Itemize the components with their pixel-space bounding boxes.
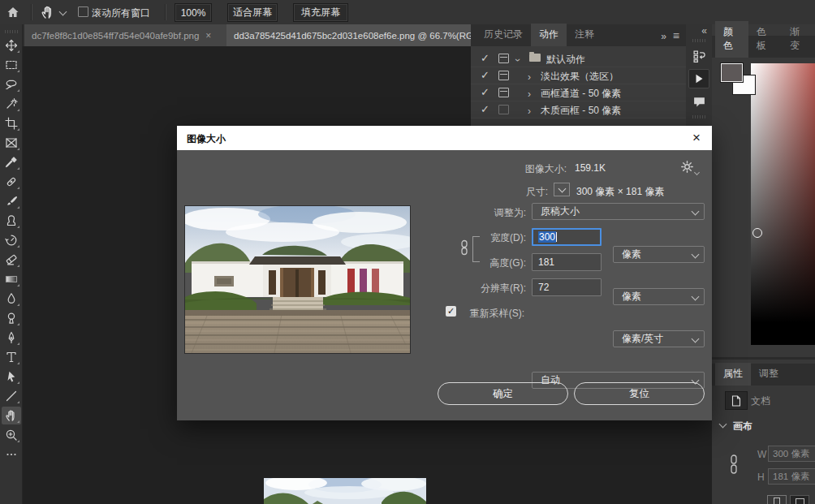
orientation-portrait-icon[interactable] xyxy=(767,495,787,504)
gear-icon[interactable] xyxy=(680,160,694,176)
tab-properties[interactable]: 属性 xyxy=(715,363,751,386)
dialog-title-bar[interactable]: 图像大小 × xyxy=(177,126,712,150)
action-name[interactable]: 淡出效果（选区） xyxy=(541,70,619,84)
height-input[interactable]: 181 xyxy=(532,253,602,271)
pen-tool[interactable] xyxy=(2,329,21,347)
image-preview-thumbnail[interactable] xyxy=(184,205,411,354)
canvas-width-field[interactable]: 300 像素 xyxy=(768,446,815,462)
resolution-unit-value: 像素/英寸 xyxy=(622,332,663,346)
color-picker-ring[interactable] xyxy=(752,228,762,238)
link-dimensions-icon[interactable] xyxy=(459,239,469,258)
line-tool[interactable] xyxy=(2,387,21,405)
color-gradient-field[interactable] xyxy=(751,63,815,345)
expand-right-icon[interactable]: › xyxy=(528,88,531,100)
blur-tool[interactable] xyxy=(2,290,21,308)
action-check-icon[interactable]: ✓ xyxy=(481,52,489,64)
actions-panel-icon[interactable] xyxy=(688,69,709,88)
fit-to-select[interactable]: 原稿大小 xyxy=(532,203,705,220)
tab-color[interactable]: 颜色 xyxy=(715,21,748,58)
canvas-section-collapse-icon[interactable] xyxy=(719,420,727,429)
height-label: 高度(G): xyxy=(445,256,526,270)
tab-notes[interactable]: 注释 xyxy=(567,24,602,46)
document-tab-label: dd3a785425d41d675bc2d031e608ef6e.png @ 6… xyxy=(234,31,473,41)
tab-history[interactable]: 历史记录 xyxy=(476,24,531,46)
canvas-height-field[interactable]: 181 像素 xyxy=(768,468,815,485)
action-name[interactable]: 画框通道 - 50 像素 xyxy=(541,87,621,101)
panel-more-icon[interactable]: » xyxy=(658,27,670,46)
crop-tool[interactable] xyxy=(2,114,21,132)
clone-stamp-tool[interactable] xyxy=(2,212,21,230)
action-check-icon[interactable]: ✓ xyxy=(481,86,489,98)
resolution-input[interactable]: 72 xyxy=(532,278,602,296)
dock-grip[interactable] xyxy=(692,115,705,118)
action-name[interactable]: 木质画框 - 50 像素 xyxy=(541,104,621,118)
fit-screen-button[interactable]: 适合屏幕 xyxy=(227,3,278,22)
action-check-icon[interactable]: ✓ xyxy=(481,103,489,115)
frame-tool[interactable] xyxy=(2,134,21,152)
action-modal-icon[interactable] xyxy=(498,54,509,63)
action-row-default-actions[interactable]: ✓ › 默认动作 xyxy=(471,50,686,67)
panel-divider[interactable] xyxy=(712,357,815,360)
zoom-tool[interactable] xyxy=(2,426,21,444)
tab-swatches[interactable]: 色板 xyxy=(748,21,782,58)
foreground-color-swatch[interactable] xyxy=(721,63,743,82)
notes-panel-icon[interactable] xyxy=(688,92,709,111)
canvas-link-dimensions-icon[interactable] xyxy=(729,454,739,477)
quick-selection-tool[interactable] xyxy=(2,95,21,113)
expand-right-icon[interactable]: › xyxy=(528,106,531,117)
tab-gradients[interactable]: 渐变 xyxy=(782,21,815,58)
panel-menu-icon[interactable]: ≡ xyxy=(670,25,686,46)
action-modal-icon[interactable] xyxy=(498,105,509,114)
document-tab-inactive[interactable]: dc7fe8f8c1d0e854ff7d54e040afe9bf.png × xyxy=(24,24,239,46)
zoom-100-button[interactable]: 100% xyxy=(175,3,212,22)
toolbar-grip[interactable] xyxy=(5,30,18,33)
tab-adjustments[interactable]: 调整 xyxy=(751,363,787,386)
history-brush-tool[interactable] xyxy=(2,231,21,249)
ok-button[interactable]: 确定 xyxy=(438,382,568,405)
home-icon[interactable] xyxy=(6,6,19,21)
hand-tool-option-icon[interactable] xyxy=(41,5,55,22)
brush-tool[interactable] xyxy=(2,192,21,210)
action-row-wood-frame[interactable]: ✓ › 木质画框 - 50 像素 xyxy=(471,101,686,118)
scroll-all-windows-label: 滚动所有窗口 xyxy=(92,6,150,20)
resample-label: 重新采样(S): xyxy=(451,307,524,321)
document-properties-icon[interactable] xyxy=(725,391,748,410)
action-modal-icon[interactable] xyxy=(498,88,509,97)
orientation-landscape-icon[interactable] xyxy=(790,495,809,504)
marquee-tool[interactable] xyxy=(2,56,21,74)
eyedropper-tool[interactable] xyxy=(2,153,21,171)
type-tool[interactable] xyxy=(2,348,21,366)
hand-tool[interactable] xyxy=(2,407,21,424)
move-tool[interactable] xyxy=(2,37,21,54)
dimensions-dropdown-icon[interactable] xyxy=(554,183,570,196)
healing-brush-tool[interactable] xyxy=(2,173,21,191)
height-unit-select[interactable]: 像素 xyxy=(613,288,705,305)
scroll-all-windows-checkbox[interactable] xyxy=(78,6,88,17)
lasso-tool[interactable] xyxy=(2,75,21,93)
width-input[interactable]: 300 xyxy=(532,228,602,246)
action-check-icon[interactable]: ✓ xyxy=(481,69,489,81)
eraser-tool[interactable] xyxy=(2,251,21,269)
dock-grip[interactable] xyxy=(692,39,705,42)
gradient-tool[interactable] xyxy=(2,270,21,288)
dodge-tool[interactable] xyxy=(2,309,21,327)
tab-actions[interactable]: 动作 xyxy=(531,24,567,46)
edit-toolbar-ellipsis-icon[interactable] xyxy=(2,446,21,463)
expand-right-icon[interactable]: › xyxy=(528,71,531,83)
fill-screen-button[interactable]: 填充屏幕 xyxy=(293,3,348,22)
expand-down-icon[interactable]: › xyxy=(512,58,524,62)
resolution-unit-select[interactable]: 像素/英寸 xyxy=(613,330,705,347)
width-unit-select[interactable]: 像素 xyxy=(613,246,705,263)
reset-button[interactable]: 复位 xyxy=(574,382,705,405)
path-selection-tool[interactable] xyxy=(2,368,21,386)
history-panel-icon[interactable] xyxy=(688,46,709,66)
collapse-panels-icon[interactable]: « xyxy=(701,24,712,37)
action-row-frame-channel[interactable]: ✓ › 画框通道 - 50 像素 xyxy=(471,84,686,101)
action-set-name[interactable]: 默认动作 xyxy=(546,53,585,67)
action-row-fade-effect[interactable]: ✓ › 淡出效果（选区） xyxy=(471,67,686,84)
document-tab-active[interactable]: dd3a785425d41d675bc2d031e608ef6e.png @ 6… xyxy=(226,24,508,46)
hand-tool-dropdown-icon[interactable] xyxy=(59,8,67,16)
tab-close-icon[interactable]: × xyxy=(205,30,211,41)
action-modal-icon[interactable] xyxy=(498,71,509,80)
dialog-close-icon[interactable]: × xyxy=(686,128,707,148)
